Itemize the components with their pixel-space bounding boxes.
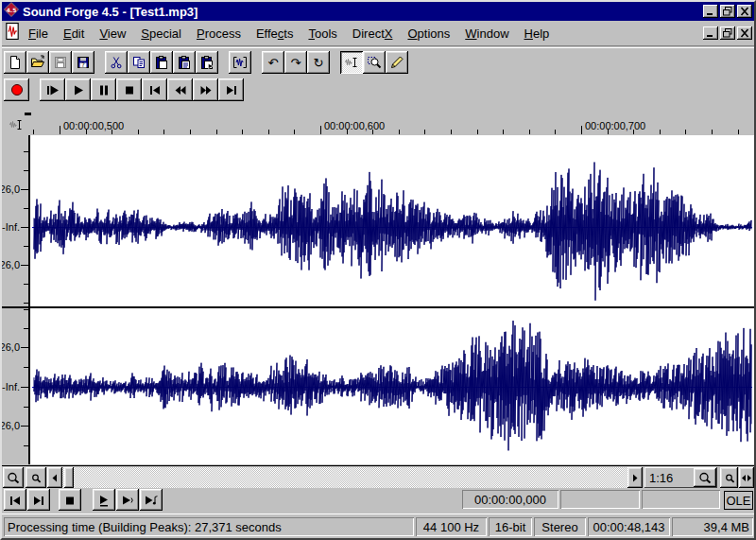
zoom-ratio-mag-button[interactable] — [694, 468, 716, 487]
menu-edit[interactable]: Edit — [56, 26, 92, 42]
window-minimize-button[interactable] — [703, 5, 718, 18]
menubar: FileEditViewSpecialProcessEffectsToolsDi… — [2, 21, 754, 46]
zoom-in-mag-icon — [28, 470, 43, 485]
level-ruler[interactable]: -26,0-Inf.-26,0-26,0-Inf.-26,0 — [2, 135, 28, 464]
child-close-button[interactable] — [737, 26, 752, 40]
edit-tool-icon — [9, 117, 24, 136]
play-sample-icon — [144, 493, 159, 508]
standard-toolbar: ?↶↷↻ — [2, 47, 754, 76]
zoom-level-mag-button[interactable] — [720, 467, 738, 488]
save-all-button[interactable]: ? — [72, 51, 94, 74]
menu-process[interactable]: Process — [189, 26, 249, 42]
edit-tool-button[interactable] — [340, 51, 363, 74]
pencil-tool-icon — [389, 55, 404, 70]
redo-icon: ↷ — [288, 55, 303, 70]
rewind-icon — [173, 82, 188, 97]
menu-effects[interactable]: Effects — [249, 26, 301, 42]
magnify-tool-button[interactable] — [363, 51, 386, 74]
stop-button[interactable] — [116, 78, 142, 101]
menu-options[interactable]: Options — [400, 26, 457, 42]
repeat-button[interactable]: ↻ — [307, 51, 330, 74]
child-minimize-button[interactable] — [703, 26, 718, 40]
play-all-button[interactable] — [40, 78, 65, 101]
svg-text:↷: ↷ — [291, 55, 302, 69]
status-length: 00:00:48,143 — [588, 517, 670, 536]
goto-start-icon — [8, 493, 23, 508]
titlebar[interactable]: 4.5 Sound Forge 4.5 - [Test1.mp3] — [2, 2, 754, 21]
menu-special[interactable]: Special — [133, 26, 189, 42]
pause-icon — [96, 82, 112, 97]
edit-tool-icon — [344, 55, 359, 70]
waveform-display[interactable] — [30, 135, 754, 464]
playbar-stop-button[interactable] — [59, 489, 81, 511]
child-restore-button[interactable] — [720, 26, 735, 40]
pause-button[interactable] — [91, 78, 116, 101]
arrow-right-button[interactable] — [627, 467, 643, 488]
stop-icon — [122, 82, 137, 97]
scrollbar-track[interactable] — [47, 467, 627, 488]
rewind-button[interactable] — [167, 78, 193, 101]
trim-button[interactable] — [229, 51, 251, 74]
playbar-play-normal-button[interactable] — [93, 489, 115, 511]
view-position-marker — [25, 113, 31, 115]
open-folder-button[interactable] — [26, 51, 49, 74]
svg-text:00:00:00,700: 00:00:00,700 — [585, 120, 645, 131]
status-channels[interactable]: Stereo — [534, 517, 586, 536]
copy-icon — [131, 55, 146, 70]
redo-button[interactable]: ↷ — [284, 51, 307, 74]
zoom-level-mag-icon — [722, 470, 737, 485]
scrollbar-thumb[interactable] — [64, 467, 74, 488]
paste-to-new-button[interactable] — [196, 51, 218, 74]
paste-special-button[interactable] — [173, 51, 196, 74]
repeat-icon: ↻ — [311, 55, 326, 70]
save-all-icon: ? — [76, 55, 91, 70]
paste-button[interactable] — [150, 51, 173, 74]
record-button[interactable] — [4, 78, 29, 101]
play-button[interactable] — [65, 78, 91, 101]
save-button[interactable] — [49, 51, 72, 74]
document-icon[interactable] — [4, 23, 21, 44]
window-restore-button[interactable] — [720, 5, 735, 18]
zoom-in-mag-button[interactable] — [26, 467, 46, 488]
time-ruler-scale[interactable]: 00:00:00,50000:00:00,60000:00:00,700 — [30, 117, 754, 135]
app-icon[interactable]: 4.5 — [4, 2, 19, 21]
playbar-goto-end-button[interactable] — [27, 489, 50, 511]
forward-button[interactable] — [193, 78, 218, 101]
overview-bar[interactable] — [2, 104, 754, 117]
status-sample-rate[interactable]: 44 100 Hz — [416, 517, 487, 536]
playbar-play-plain-button[interactable] — [116, 489, 139, 511]
h-resize-button[interactable] — [739, 467, 754, 488]
window-close-button[interactable] — [737, 5, 752, 18]
menu-view[interactable]: View — [92, 26, 133, 42]
magnify-tool-icon — [367, 55, 382, 70]
goto-end-icon — [224, 82, 239, 97]
status-bit-depth[interactable]: 16-bit — [489, 517, 532, 536]
pencil-tool-button[interactable] — [386, 51, 408, 74]
ole-drag-source[interactable]: OLE — [724, 491, 753, 510]
menu-directx[interactable]: DirectX — [345, 26, 401, 42]
goto-start-button[interactable] — [142, 78, 167, 101]
zoom-out-mag-button[interactable] — [3, 467, 24, 488]
cut-button[interactable] — [105, 51, 128, 74]
playbar-goto-start-button[interactable] — [4, 489, 26, 511]
menu-tools[interactable]: Tools — [301, 26, 344, 42]
playbar-play-sample-button[interactable] — [140, 489, 163, 511]
copy-button[interactable] — [128, 51, 150, 74]
svg-text:-Inf.: -Inf. — [2, 381, 20, 392]
svg-text:4.5: 4.5 — [7, 7, 17, 13]
time-ruler[interactable]: 00:00:00,50000:00:00,60000:00:00,700 — [2, 117, 754, 135]
win-close-icon — [739, 5, 750, 19]
zoom-ratio-mag-icon — [697, 470, 713, 485]
undo-button[interactable]: ↶ — [262, 51, 284, 74]
menu-window[interactable]: Window — [457, 26, 516, 42]
menu-file[interactable]: File — [21, 26, 56, 42]
button-group: ↶↷↻ — [262, 51, 330, 74]
channel-divider[interactable] — [2, 306, 754, 308]
arrow-left-button[interactable] — [47, 467, 62, 488]
button-group — [340, 51, 408, 74]
goto-end-button[interactable] — [218, 78, 244, 101]
menu-help[interactable]: Help — [517, 26, 558, 42]
playbar: 00:00:00,000 OLE — [2, 488, 754, 513]
new-document-button[interactable] — [4, 51, 26, 74]
statusbar: Processing time (Building Peaks): 27,371… — [2, 514, 754, 538]
